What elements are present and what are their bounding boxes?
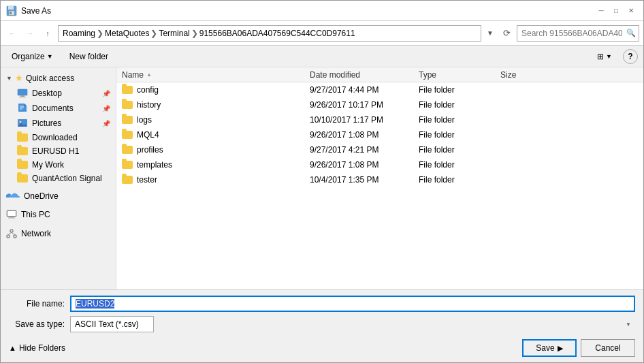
sidebar-item-network[interactable]: Network xyxy=(1,226,116,241)
organize-button[interactable]: Organize ▼ xyxy=(6,48,59,65)
file-type: File folder xyxy=(419,160,500,170)
chevron-up-icon: ▲ xyxy=(9,344,16,352)
type-col-label: Type xyxy=(419,70,436,80)
pictures-icon xyxy=(17,118,28,129)
sidebar-item-pictures[interactable]: Pictures 📌 xyxy=(1,116,116,131)
refresh-button[interactable]: ⟳ xyxy=(499,26,514,41)
sidebar-item-onedrive[interactable]: OneDrive xyxy=(1,189,116,203)
sidebar-pictures-label: Pictures xyxy=(32,119,61,128)
breadcrumb[interactable]: Roaming ❯ MetaQuotes ❯ Terminal ❯ 915566… xyxy=(58,25,481,42)
size-col-label: Size xyxy=(500,70,516,80)
bottom-bar: File name: Save as type: ASCII Text (*.c… xyxy=(1,289,643,362)
svg-rect-19 xyxy=(8,218,15,219)
file-name: tester xyxy=(137,175,157,185)
sidebar-network-label: Network xyxy=(21,229,51,238)
computer-icon xyxy=(6,209,17,220)
folder-icon xyxy=(122,116,133,124)
svg-point-20 xyxy=(10,230,13,232)
organize-chevron-icon: ▼ xyxy=(47,53,53,60)
title-bar-left: Save As xyxy=(6,5,51,16)
filename-row: File name: xyxy=(9,296,635,312)
cancel-button[interactable]: Cancel xyxy=(581,339,635,357)
address-bar: ← → ↑ Roaming ❯ MetaQuotes ❯ Terminal ❯ … xyxy=(1,21,643,46)
organize-label: Organize xyxy=(12,52,45,61)
sidebar-item-quantaction[interactable]: QuantAction Signal xyxy=(1,172,116,185)
col-header-size[interactable]: Size xyxy=(500,70,555,80)
col-header-date[interactable]: Date modified xyxy=(310,70,419,80)
save-label: Save xyxy=(536,343,554,353)
breadcrumb-dropdown-icon[interactable]: ▼ xyxy=(484,29,496,37)
sort-indicator: ▲ xyxy=(146,72,152,78)
new-folder-button[interactable]: New folder xyxy=(64,48,114,65)
main-content: ▼ ★ Quick access Desktop 📌 xyxy=(1,67,643,289)
folder-icon xyxy=(122,146,133,154)
pin-icon: 📌 xyxy=(102,105,110,112)
savetype-label: Save as type: xyxy=(9,319,70,329)
view-icon: ⊞ xyxy=(597,52,604,61)
view-chevron-icon: ▼ xyxy=(606,53,612,60)
table-row[interactable]: templates 9/26/2017 1:08 PM File folder xyxy=(116,157,643,172)
back-button[interactable]: ← xyxy=(5,26,20,41)
folder-icon xyxy=(17,161,28,169)
svg-rect-4 xyxy=(18,89,27,95)
sidebar-eurusd-label: EURUSD H1 xyxy=(32,146,79,156)
table-row[interactable]: tester 10/4/2017 1:35 PM File folder xyxy=(116,172,643,187)
sidebar-item-thispc[interactable]: This PC xyxy=(1,207,116,222)
sidebar-item-eurusd[interactable]: EURUSD H1 xyxy=(1,144,116,158)
folder-icon xyxy=(122,176,133,184)
hide-folders-button[interactable]: ▲ Hide Folders xyxy=(9,343,518,353)
sidebar-item-desktop[interactable]: Desktop 📌 xyxy=(1,86,116,101)
cursor-icon: ▶ xyxy=(558,344,563,353)
svg-line-24 xyxy=(12,232,15,235)
table-row[interactable]: logs 10/10/2017 1:17 PM File folder xyxy=(116,112,643,127)
up-button[interactable]: ↑ xyxy=(40,26,55,41)
breadcrumb-item-current: 915566BA06ADA407569C544CC0D97611 xyxy=(199,29,355,38)
table-row[interactable]: MQL4 9/26/2017 1:08 PM File folder xyxy=(116,127,643,142)
file-type: File folder xyxy=(419,100,500,110)
file-list: config 9/27/2017 4:44 PM File folder his… xyxy=(116,82,643,289)
help-icon: ? xyxy=(628,52,632,61)
date-col-label: Date modified xyxy=(310,70,360,80)
search-input[interactable] xyxy=(517,25,639,42)
table-row[interactable]: config 9/27/2017 4:44 PM File folder xyxy=(116,82,643,97)
sidebar-item-mywork[interactable]: My Work xyxy=(1,158,116,172)
breadcrumb-item: Terminal xyxy=(159,29,189,38)
col-header-type[interactable]: Type xyxy=(419,70,500,80)
file-name: config xyxy=(137,85,159,95)
col-header-name[interactable]: Name ▲ xyxy=(119,70,310,80)
table-row[interactable]: history 9/26/2017 10:17 PM File folder xyxy=(116,97,643,112)
file-type: File folder xyxy=(419,115,500,125)
sidebar-item-downloaded[interactable]: Downloaded xyxy=(1,131,116,144)
folder-icon xyxy=(122,161,133,169)
filename-input[interactable] xyxy=(70,296,635,312)
onedrive-icon xyxy=(6,191,20,201)
minimize-button[interactable]: ─ xyxy=(594,4,608,18)
name-col-label: Name xyxy=(122,70,144,80)
forward-button[interactable]: → xyxy=(22,26,37,41)
quick-access-label: Quick access xyxy=(26,74,74,83)
sidebar-item-documents[interactable]: Documents 📌 xyxy=(1,101,116,116)
view-button[interactable]: ⊞ ▼ xyxy=(592,48,617,65)
file-name: logs xyxy=(137,115,152,125)
svg-rect-9 xyxy=(25,106,27,112)
file-name: history xyxy=(137,100,161,110)
filename-label: File name: xyxy=(9,299,70,309)
save-button[interactable]: Save ▶ xyxy=(522,339,577,357)
chevron-down-icon: ▼ xyxy=(6,75,12,82)
sidebar-section-quick-access[interactable]: ▼ ★ Quick access xyxy=(1,70,116,86)
file-date: 9/27/2017 4:44 PM xyxy=(310,85,419,95)
sidebar-downloaded-label: Downloaded xyxy=(32,133,78,142)
table-row[interactable]: profiles 9/27/2017 4:21 PM File folder xyxy=(116,142,643,157)
sidebar-mywork-label: My Work xyxy=(32,160,64,170)
svg-point-22 xyxy=(14,235,16,238)
svg-line-23 xyxy=(8,232,12,235)
maximize-button[interactable]: □ xyxy=(609,4,623,18)
sidebar-documents-label: Documents xyxy=(32,104,74,113)
help-button[interactable]: ? xyxy=(623,49,638,64)
savetype-select[interactable]: ASCII Text (*.csv)CSV Files (*.csv)All F… xyxy=(70,316,154,332)
file-date: 10/4/2017 1:35 PM xyxy=(310,175,419,185)
close-button[interactable]: ✕ xyxy=(624,4,638,18)
file-name: profiles xyxy=(137,145,163,155)
title-bar: Save As ─ □ ✕ xyxy=(1,1,643,21)
file-type: File folder xyxy=(419,175,500,185)
